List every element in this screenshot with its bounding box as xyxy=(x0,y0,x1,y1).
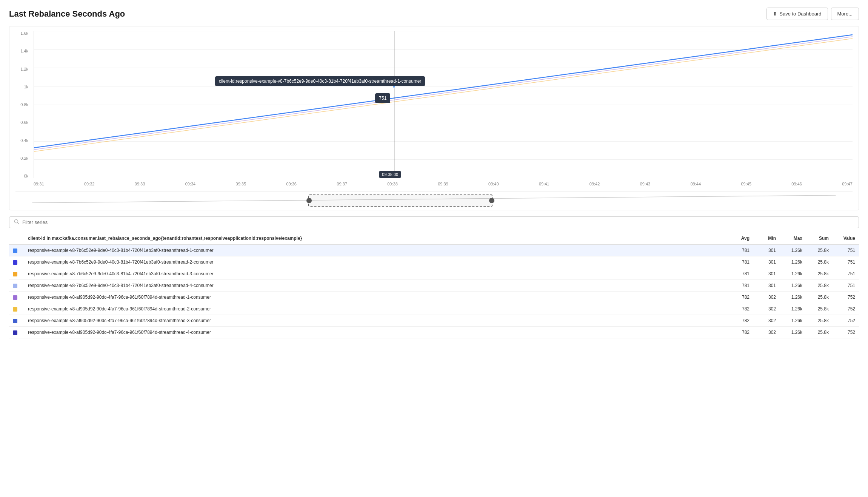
row-series-name: responsive-example-v8-af905d92-90dc-4fa7… xyxy=(24,315,727,327)
row-sum: 25.8k xyxy=(806,303,833,315)
x-label-0945: 09:45 xyxy=(741,182,751,186)
save-button-label: Save to Dashboard xyxy=(779,11,821,17)
filter-series-input[interactable] xyxy=(22,219,854,225)
col-color xyxy=(9,233,24,244)
row-sum: 25.8k xyxy=(806,315,833,327)
table-row[interactable]: responsive-example-v8-7b6c52e9-9de0-40c3… xyxy=(9,268,859,280)
series-table-wrapper: client-id in max:kafka.consumer.last_reb… xyxy=(9,233,859,338)
row-color-cell xyxy=(9,327,24,338)
series-color-dot xyxy=(13,284,17,288)
series-color-dot xyxy=(13,295,17,300)
table-body: responsive-example-v8-7b6c52e9-9de0-40c3… xyxy=(9,244,859,338)
col-series-header: client-id in max:kafka.consumer.last_reb… xyxy=(24,233,727,244)
more-button[interactable]: More... xyxy=(831,8,859,20)
y-label-6: 0.6k xyxy=(20,120,28,125)
row-color-cell xyxy=(9,303,24,315)
y-label-5: 0.8k xyxy=(20,102,28,107)
row-min: 302 xyxy=(753,303,780,315)
more-button-label: More... xyxy=(837,11,853,17)
x-label-0941: 09:41 xyxy=(539,182,549,186)
row-max: 1.26k xyxy=(780,327,806,338)
row-avg: 781 xyxy=(727,268,753,280)
minimap-range[interactable] xyxy=(308,194,492,207)
row-value: 751 xyxy=(833,244,859,256)
chart-svg xyxy=(34,31,853,178)
row-min: 301 xyxy=(753,256,780,268)
minimap-left-handle[interactable] xyxy=(306,198,312,203)
row-value: 751 xyxy=(833,256,859,268)
row-max: 1.26k xyxy=(780,256,806,268)
row-avg: 782 xyxy=(727,315,753,327)
table-row[interactable]: responsive-example-v8-af905d92-90dc-4fa7… xyxy=(9,303,859,315)
row-avg: 782 xyxy=(727,303,753,315)
y-label-4: 1k xyxy=(24,85,28,89)
y-label-3: 1.2k xyxy=(20,67,28,71)
search-icon xyxy=(14,219,19,225)
y-label-7: 0.4k xyxy=(20,138,28,143)
row-color-cell xyxy=(9,280,24,292)
x-label-0938: 09:38 xyxy=(387,182,398,186)
row-avg: 782 xyxy=(727,292,753,303)
upload-icon: ⬆ xyxy=(773,11,777,17)
row-min: 301 xyxy=(753,280,780,292)
row-color-cell xyxy=(9,292,24,303)
series-color-dot xyxy=(13,319,17,323)
svg-line-0 xyxy=(34,35,853,148)
x-label-0946: 09:46 xyxy=(791,182,802,186)
row-series-name: responsive-example-v8-7b6c52e9-9de0-40c3… xyxy=(24,256,727,268)
row-sum: 25.8k xyxy=(806,268,833,280)
chart-area[interactable]: 1.6k 1.4k 1.2k 1k 0.8k 0.6k 0.4k 0.2k 0k xyxy=(15,31,853,190)
y-label-2: 1.4k xyxy=(20,49,28,53)
row-max: 1.26k xyxy=(780,315,806,327)
minimap-right-handle[interactable] xyxy=(489,198,494,203)
series-color-dot xyxy=(13,248,17,253)
filter-input-wrapper[interactable] xyxy=(9,216,859,228)
row-series-name: responsive-example-v8-7b6c52e9-9de0-40c3… xyxy=(24,268,727,280)
row-sum: 25.8k xyxy=(806,280,833,292)
row-min: 302 xyxy=(753,292,780,303)
row-max: 1.26k xyxy=(780,280,806,292)
series-color-dot xyxy=(13,307,17,312)
minimap[interactable] xyxy=(15,191,853,210)
row-value: 752 xyxy=(833,303,859,315)
x-label-0944: 09:44 xyxy=(691,182,701,186)
table-row[interactable]: responsive-example-v8-af905d92-90dc-4fa7… xyxy=(9,315,859,327)
row-sum: 25.8k xyxy=(806,292,833,303)
row-series-name: responsive-example-v8-af905d92-90dc-4fa7… xyxy=(24,327,727,338)
page-header: Last Rebalance Seconds Ago ⬆ Save to Das… xyxy=(9,8,859,20)
svg-line-1 xyxy=(34,37,853,150)
row-max: 1.26k xyxy=(780,268,806,280)
y-label-8: 0.2k xyxy=(20,156,28,161)
row-min: 302 xyxy=(753,327,780,338)
chart-plot[interactable]: client-id:responsive-example-v8-7b6c52e9… xyxy=(34,31,853,178)
row-sum: 25.8k xyxy=(806,256,833,268)
row-value: 751 xyxy=(833,280,859,292)
x-label-0943: 09:43 xyxy=(640,182,651,186)
row-color-cell xyxy=(9,315,24,327)
table-row[interactable]: responsive-example-v8-7b6c52e9-9de0-40c3… xyxy=(9,280,859,292)
row-series-name: responsive-example-v8-af905d92-90dc-4fa7… xyxy=(24,303,727,315)
row-avg: 781 xyxy=(727,256,753,268)
x-label-0931: 09:31 xyxy=(34,182,44,186)
table-row[interactable]: responsive-example-v8-7b6c52e9-9de0-40c3… xyxy=(9,256,859,268)
row-series-name: responsive-example-v8-7b6c52e9-9de0-40c3… xyxy=(24,244,727,256)
filter-section xyxy=(9,216,859,228)
x-label-0940: 09:40 xyxy=(488,182,499,186)
y-label-9: 0k xyxy=(24,174,28,178)
series-color-dot xyxy=(13,260,17,265)
table-row[interactable]: responsive-example-v8-7b6c52e9-9de0-40c3… xyxy=(9,244,859,256)
row-min: 301 xyxy=(753,268,780,280)
row-value: 752 xyxy=(833,292,859,303)
table-row[interactable]: responsive-example-v8-af905d92-90dc-4fa7… xyxy=(9,327,859,338)
save-to-dashboard-button[interactable]: ⬆ Save to Dashboard xyxy=(766,8,828,20)
x-label-0936: 09:36 xyxy=(286,182,297,186)
table-row[interactable]: responsive-example-v8-af905d92-90dc-4fa7… xyxy=(9,292,859,303)
chart-container: 1.6k 1.4k 1.2k 1k 0.8k 0.6k 0.4k 0.2k 0k xyxy=(9,26,859,210)
y-axis: 1.6k 1.4k 1.2k 1k 0.8k 0.6k 0.4k 0.2k 0k xyxy=(15,31,31,178)
row-avg: 781 xyxy=(727,244,753,256)
col-avg-header: Avg xyxy=(727,233,753,244)
row-sum: 25.8k xyxy=(806,327,833,338)
series-color-dot xyxy=(13,330,17,335)
row-max: 1.26k xyxy=(780,292,806,303)
svg-line-2 xyxy=(34,39,853,151)
